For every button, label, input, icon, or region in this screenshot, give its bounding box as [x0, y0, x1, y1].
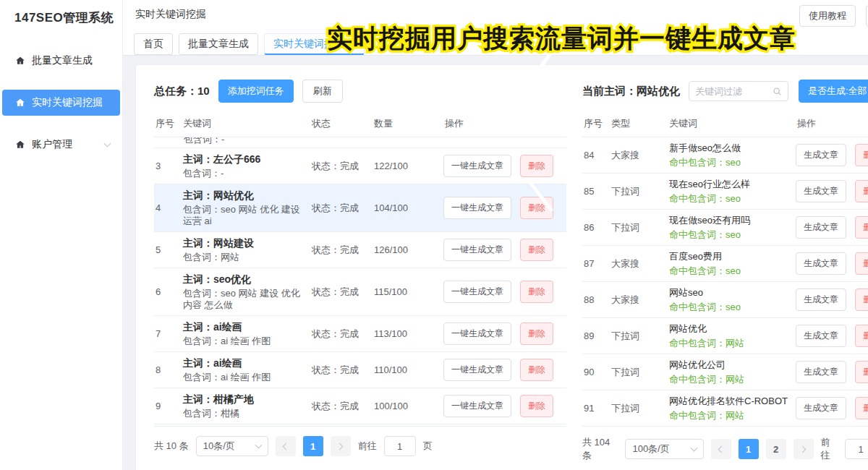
tasks-table-header: 序号 关键词 状态 数量 操作: [154, 111, 566, 137]
generate-article-button[interactable]: 一键生成文章: [443, 239, 511, 261]
generate-article-button[interactable]: 一键生成文章: [443, 395, 511, 417]
generate-article-button[interactable]: 生成文章: [796, 216, 846, 239]
generate-article-button[interactable]: 生成文章: [796, 397, 846, 419]
task-row[interactable]: 9 主词：柑橘产地 包含词：柑橘 状态：完成 100/100 一键生成文章 删除: [154, 388, 566, 424]
delete-button[interactable]: 删除: [855, 397, 868, 419]
task-row[interactable]: 6 主词：seo优化 包含词：seo 网站 建设 优化 内容 怎么做 状态：完成…: [154, 268, 566, 316]
generate-article-button[interactable]: 生成文章: [796, 252, 846, 275]
delete-button[interactable]: 删除: [855, 361, 868, 383]
delete-button[interactable]: 删除: [520, 197, 553, 219]
next-page-button[interactable]: [793, 439, 814, 459]
promo-banner-text: 实时挖掘用户搜索流量词并一键生成文章: [327, 22, 796, 56]
task-main-word: 主词：网站优化: [183, 189, 312, 202]
pagination-total: 共 10 条: [154, 440, 189, 453]
tasks-pagination: 共 10 条 10条/页 1 前往 页: [154, 436, 566, 456]
next-page-button[interactable]: [331, 436, 351, 456]
page-button[interactable]: 1: [739, 439, 759, 459]
sidebar-item-batch-article[interactable]: 批量文章生成: [2, 48, 120, 74]
app-title: 147SEO管理系统: [0, 0, 122, 26]
main-area: 实时关键词挖掘 使用教程 CMS 首页 批量文章生成 实时关键词挖掘 × 总任务…: [123, 0, 868, 470]
keyword-row[interactable]: 86 下拉词 现在做seo还有用吗 命中包含词：seo 生成文章 删除: [582, 210, 868, 246]
delete-button[interactable]: 删除: [855, 180, 868, 202]
delete-button[interactable]: 删除: [520, 322, 553, 345]
tasks-table-viewport[interactable]: 包含词：- 3 主词：左公子666 包含词：- 状态：完成 122/100 一键…: [154, 137, 566, 427]
page-size-select[interactable]: 100条/页: [625, 439, 703, 459]
generate-article-button[interactable]: 一键生成文章: [443, 155, 511, 177]
row-index: 85: [582, 185, 611, 197]
task-include-words: 包含词：seo 网站 建设 优化 内容 怎么做: [183, 288, 312, 311]
delete-button[interactable]: 删除: [855, 144, 868, 166]
keyword-row[interactable]: 90 下拉词 网站优化公司 命中包含词：网站 生成文章 删除: [582, 354, 868, 390]
sidebar: 147SEO管理系统 批量文章生成 实时关键词挖掘 账户管理: [0, 0, 123, 470]
keyword-row[interactable]: 88 大家搜 网站seo 命中包含词：seo 生成文章 删除: [582, 282, 868, 318]
task-count: 104/100: [374, 202, 436, 214]
prev-page-button[interactable]: [276, 436, 296, 456]
page-button[interactable]: 1: [303, 436, 323, 456]
keywords-table-viewport[interactable]: 84 大家搜 新手做seo怎么做 命中包含词：seo 生成文章 删除 85 下拉…: [582, 137, 868, 427]
tutorial-button[interactable]: 使用教程: [799, 5, 856, 27]
chevron-right-icon: [336, 443, 344, 450]
task-row[interactable]: 5 主词：网站建设 包含词：网站 状态：完成 126/100 一键生成文章 删除: [154, 232, 566, 268]
generate-article-button[interactable]: 一键生成文章: [443, 359, 511, 381]
delete-button[interactable]: 删除: [855, 325, 868, 347]
page-size-select[interactable]: 10条/页: [196, 436, 268, 456]
generate-article-button[interactable]: 一键生成文章: [443, 281, 511, 303]
generate-article-button[interactable]: 生成文章: [796, 144, 846, 166]
delete-button[interactable]: 删除: [855, 289, 868, 311]
generate-article-button[interactable]: 生成文章: [796, 361, 846, 383]
row-index: 89: [582, 330, 611, 342]
row-index: 7: [154, 328, 183, 340]
row-index: 86: [582, 221, 611, 234]
page-button[interactable]: 2: [766, 439, 786, 459]
task-row[interactable]: 10 主词：房地产行情 一键生成文章 删除: [154, 424, 566, 427]
sidebar-item-realtime-keyword[interactable]: 实时关键词挖掘: [2, 90, 120, 116]
keyword-row[interactable]: 91 下拉词 网站优化排名软件C-ROBOT 命中包含词：网站 生成文章 删除: [582, 390, 868, 427]
generate-article-button[interactable]: 一键生成文章: [443, 322, 511, 345]
task-status: 状态：完成: [312, 160, 374, 172]
tab-home[interactable]: 首页: [134, 33, 173, 55]
task-row[interactable]: 4 主词：网站优化 包含词：seo 网站 优化 建设 运营 ai 状态：完成 1…: [154, 184, 566, 232]
keyword-row[interactable]: 87 大家搜 百度seo费用 命中包含词：seo 生成文章 删除: [582, 246, 868, 282]
sidebar-nav: 批量文章生成 实时关键词挖掘 账户管理: [0, 48, 122, 158]
generate-article-button[interactable]: 一键生成文章: [443, 197, 511, 219]
chevron-down-icon: [690, 445, 697, 452]
generate-filter-button[interactable]: 是否生成:全部: [799, 80, 868, 103]
goto-label: 前往: [358, 440, 377, 453]
task-include-words: 包含词：seo 网站 优化 建设 运营 ai: [183, 204, 312, 227]
generate-article-button[interactable]: 生成文章: [796, 289, 846, 311]
column-header: 关键词: [183, 117, 312, 129]
task-status: 状态：完成: [312, 202, 374, 214]
goto-page-input[interactable]: [384, 436, 416, 456]
keyword-filter-input[interactable]: [695, 86, 773, 97]
delete-button[interactable]: 删除: [520, 281, 553, 303]
task-row[interactable]: 7 主词：ai绘画 包含词：ai 绘画 作图 状态：完成 113/100 一键生…: [154, 316, 566, 352]
refresh-button[interactable]: 刷新: [302, 80, 343, 103]
keyword-text: 网站优化排名软件C-ROBOT: [669, 395, 796, 407]
delete-button[interactable]: 删除: [855, 252, 868, 275]
sidebar-item-account[interactable]: 账户管理: [2, 132, 120, 158]
delete-button[interactable]: 删除: [520, 239, 553, 261]
delete-button[interactable]: 删除: [520, 395, 553, 417]
keyword-row[interactable]: 85 下拉词 现在seo行业怎么样 命中包含词：seo 生成文章 删除: [582, 174, 868, 210]
delete-button[interactable]: 删除: [855, 216, 868, 239]
generate-article-button[interactable]: 生成文章: [796, 180, 846, 202]
keyword-row[interactable]: 89 下拉词 网站优化 命中包含词：网站 生成文章 删除: [582, 318, 868, 354]
goto-page-input[interactable]: [845, 439, 868, 459]
row-index: 8: [154, 364, 183, 376]
keyword-row[interactable]: 84 大家搜 新手做seo怎么做 命中包含词：seo 生成文章 删除: [582, 137, 868, 174]
pagination-total: 共 104 条: [582, 436, 618, 462]
delete-button[interactable]: 删除: [520, 155, 553, 177]
task-row[interactable]: 8 主词：ai绘画 包含词：ai 绘画 作图 状态：完成 110/100 一键生…: [154, 352, 566, 388]
task-count: 100/100: [374, 400, 436, 412]
keyword-text: 新手做seo怎么做: [669, 142, 796, 154]
prev-page-button[interactable]: [711, 439, 731, 459]
task-row[interactable]: 3 主词：左公子666 包含词：- 状态：完成 122/100 一键生成文章 删…: [154, 148, 566, 184]
add-task-button[interactable]: 添加挖词任务: [218, 80, 294, 103]
tab-batch-article[interactable]: 批量文章生成: [179, 33, 258, 55]
column-header: 操作: [796, 117, 868, 129]
generate-article-button[interactable]: 生成文章: [796, 325, 846, 347]
current-main-word-label: 当前主词：网站优化: [582, 85, 680, 98]
keyword-type: 下拉词: [611, 366, 669, 378]
keyword-type: 下拉词: [611, 221, 669, 234]
delete-button[interactable]: 删除: [520, 359, 553, 381]
